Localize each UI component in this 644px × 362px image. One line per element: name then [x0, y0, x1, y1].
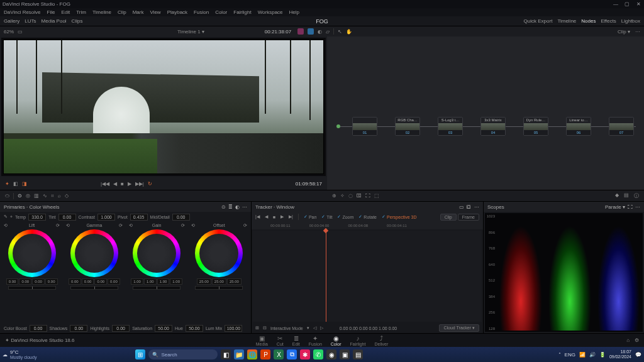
tracker-icon[interactable]: ⊕ — [332, 193, 336, 199]
wheel-value[interactable]: 0.00 — [32, 278, 45, 285]
home-icon[interactable]: ⌂ — [626, 337, 630, 343]
wheel-reset2-icon[interactable]: ⟳ — [181, 223, 185, 228]
wheel-value[interactable]: 1.00 — [131, 278, 143, 285]
menu-item[interactable]: Trim — [76, 9, 86, 15]
tracker-window-icon[interactable]: ▭ — [459, 204, 464, 210]
task-icon[interactable]: ▣ — [340, 349, 350, 359]
scope-mode-dropdown[interactable]: Parade ▾ — [605, 204, 625, 210]
window-icon[interactable]: ◇ — [65, 193, 69, 199]
page-cut[interactable]: ✂Cut — [277, 335, 284, 346]
timeline-button[interactable]: Timeline — [557, 18, 576, 24]
chk-pan[interactable]: Pan — [304, 214, 316, 219]
wheel-value[interactable]: 0.00 — [94, 278, 107, 285]
cloud-tracker-dropdown[interactable]: Cloud Tracker ▾ — [439, 324, 479, 332]
minimize-icon[interactable]: — — [613, 1, 619, 7]
mediapool-button[interactable]: Media Pool — [42, 18, 67, 24]
prev-clip-icon[interactable]: |◀◀ — [101, 181, 109, 187]
page-edit[interactable]: ≣Edit — [292, 335, 300, 346]
unmix-icon[interactable]: ◧ — [13, 181, 18, 187]
cursor-icon[interactable]: ↖ — [338, 29, 342, 35]
tray-clock[interactable]: 18:07 09/02/2024 — [609, 349, 631, 359]
highlights-field[interactable] — [112, 325, 130, 332]
wheel-ring[interactable] — [195, 229, 243, 277]
record-timecode[interactable]: 00:21:38:07 — [265, 29, 291, 35]
menu-item[interactable]: Playback — [167, 9, 187, 15]
options-icon[interactable]: ⋯ — [635, 29, 640, 35]
play-reverse-icon[interactable]: ◀ — [113, 181, 117, 187]
wheel-master-slider[interactable] — [70, 286, 118, 290]
lummix-field[interactable] — [225, 325, 242, 332]
node[interactable]: RGB Cha…02 — [395, 117, 420, 136]
chk-perspective[interactable]: Perspective 3D — [382, 214, 416, 219]
hand-icon[interactable]: ✋ — [346, 29, 352, 35]
tracker-tab-clip[interactable]: Clip — [440, 214, 457, 221]
menu-item[interactable]: Workspace — [258, 9, 283, 15]
auto-balance-icon[interactable]: ✎ — [4, 214, 8, 219]
fit-icon[interactable]: ▭ — [18, 29, 23, 35]
node[interactable]: Linear to…06 — [566, 117, 591, 136]
tracker-tab-frame[interactable]: Frame — [458, 214, 479, 221]
curves-icon[interactable]: ⬭ — [5, 193, 9, 199]
zoom-dropdown[interactable]: 62% — [4, 29, 14, 35]
track-rev-icon[interactable]: ◀ — [265, 214, 268, 219]
track-stop-icon[interactable]: ■ — [273, 215, 275, 219]
menu-item[interactable]: DaVinci Resolve — [4, 9, 41, 15]
tracker-mode-dropdown[interactable]: Interactive Mode — [270, 326, 303, 331]
maximize-icon[interactable]: ▢ — [624, 1, 630, 7]
tracker-menu-icon[interactable]: ⋯ — [474, 204, 479, 210]
flag-pink-icon[interactable] — [297, 28, 304, 35]
menu-item[interactable]: Clip — [118, 9, 126, 15]
node[interactable]: 07 — [609, 117, 634, 136]
wheel-value[interactable]: 25.00 — [212, 278, 226, 285]
viewer-canvas[interactable] — [1, 38, 326, 176]
wheel-value[interactable]: 0.00 — [82, 278, 94, 285]
scope-menu-icon[interactable]: ⋯ — [635, 204, 640, 210]
contrast-field[interactable] — [97, 214, 115, 221]
blur-icon[interactable]: ◌ — [348, 193, 353, 199]
wheel-ring[interactable] — [133, 229, 180, 277]
node[interactable]: S-Log3 t…03 — [438, 117, 463, 136]
qualifier-icon[interactable]: ⌕ — [58, 193, 61, 199]
wheel-reset2-icon[interactable]: ⟳ — [56, 223, 60, 228]
resolve-logo-icon[interactable]: ✦ — [5, 337, 9, 343]
color-wheel-gain[interactable]: ⟲Gain⟳ 1.001.001.001.00 — [126, 223, 187, 322]
project-settings-icon[interactable]: ⚙ — [635, 337, 639, 343]
wheel-value[interactable]: 0.00 — [6, 278, 19, 285]
wheel-master-slider[interactable] — [195, 286, 243, 290]
scopes-icon[interactable]: ▤ — [624, 192, 629, 199]
wheel-value[interactable]: 25.00 — [197, 278, 211, 285]
wheel-value[interactable]: 0.00 — [108, 278, 120, 285]
log-mode-icon[interactable]: ◐ — [235, 204, 240, 210]
edge-icon[interactable]: 🌐 — [247, 349, 257, 359]
loop-icon[interactable]: ↻ — [148, 181, 152, 187]
play-icon[interactable]: ▶ — [128, 181, 131, 187]
wheel-reset2-icon[interactable]: ⟳ — [119, 223, 123, 228]
menu-item[interactable]: Fairlight — [233, 9, 251, 15]
menu-item[interactable]: Color — [215, 9, 227, 15]
track-fwd-all-icon[interactable]: ▶| — [289, 214, 293, 219]
wheel-reset-icon[interactable]: ⟲ — [191, 223, 195, 228]
taskview-icon[interactable]: ◧ — [221, 349, 231, 359]
quickexport-button[interactable]: Quick Export — [524, 18, 553, 24]
3d-icon[interactable]: ⬚ — [374, 193, 379, 199]
page-color[interactable]: ◉Color — [331, 335, 341, 346]
warper-icon[interactable]: ⌗ — [51, 193, 54, 199]
menu-item[interactable]: Help — [289, 9, 299, 15]
add-point-icon[interactable]: ⊞ — [255, 326, 259, 331]
bars-mode-icon[interactable]: ≣ — [228, 204, 233, 210]
md-field[interactable] — [172, 214, 190, 221]
temp-field[interactable] — [28, 214, 46, 221]
taskbar-search[interactable]: 🔍Search — [148, 349, 218, 359]
page-media[interactable]: ▣Media — [256, 335, 268, 346]
wheel-ring[interactable] — [8, 229, 56, 277]
chk-zoom[interactable]: Zoom — [337, 214, 353, 219]
gallery-button[interactable]: Gallery — [4, 18, 19, 24]
menu-item[interactable]: Timeline — [92, 9, 111, 15]
parade-scope[interactable]: 1023896768640512384256128 — [485, 213, 643, 332]
rgb-mixer-icon[interactable]: ▥ — [34, 193, 39, 199]
chk-rotate[interactable]: Rotate — [358, 214, 377, 219]
color-wheel-offset[interactable]: ⟲Offset⟳ 25.0025.0025.00 — [189, 223, 250, 322]
wheel-ring[interactable] — [70, 229, 118, 277]
tracker-graph[interactable] — [253, 231, 482, 322]
menu-item[interactable]: File — [47, 9, 55, 15]
